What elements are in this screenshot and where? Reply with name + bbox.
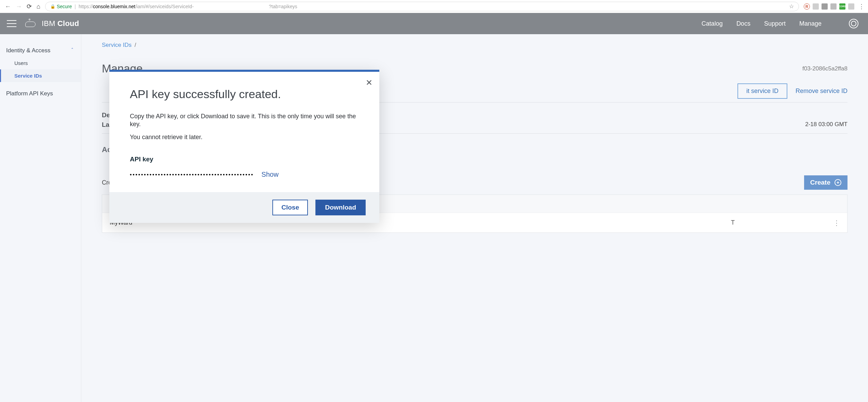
api-key-masked: ••••••••••••••••••••••••••••••••••••••••… [130,172,254,177]
last-modified-value: 2-18 03:00 GMT [805,121,847,129]
create-button[interactable]: Create + [804,175,847,190]
breadcrumb[interactable]: Service IDs / [102,42,847,49]
extension-icon-2[interactable] [813,3,819,10]
api-key-label: API key [130,156,359,163]
extension-icon-4[interactable] [830,3,837,10]
bookmark-star-icon[interactable]: ☆ [789,3,794,10]
reload-icon[interactable]: ⟳ [27,3,32,10]
sidebar-item-users[interactable]: Users [0,57,81,69]
url-text: https://console.bluemix.net/iam/#/servic… [79,4,786,9]
nav-catalog[interactable]: Catalog [702,20,723,27]
plus-circle-icon: + [835,179,841,186]
brand-text: IBM Cloud [42,19,79,28]
sidebar-item-platform-api-keys[interactable]: Platform API Keys [0,82,81,100]
home-icon[interactable]: ⌂ [37,3,40,10]
close-icon[interactable]: ✕ [366,78,372,88]
download-button[interactable]: Download [315,200,366,215]
modal-desc-1: Copy the API key, or click Download to s… [130,112,359,128]
secure-label: Secure [57,4,72,9]
header-nav: Catalog Docs Support Manage [702,19,858,28]
close-button[interactable]: Close [272,200,308,215]
api-key-modal: ✕ API key successfully created. Copy the… [109,70,379,223]
extension-icon-1[interactable]: R [804,3,810,10]
show-api-key-link[interactable]: Show [261,171,279,178]
secure-indicator: 🔒 Secure [50,4,72,9]
address-bar[interactable]: 🔒 Secure | https://console.bluemix.net/i… [45,2,799,11]
extension-icon-cors[interactable]: CORS [839,3,845,10]
edit-service-id-button[interactable]: it service ID [737,83,787,99]
table-cell-right: T [731,219,827,226]
ibm-cloud-logo-icon: ✲ [25,19,36,27]
sidebar: Identity & Access ˄ Users Service IDs Pl… [0,34,81,402]
modal-title: API key successfully created. [130,88,359,101]
back-icon[interactable]: ← [5,3,11,10]
nav-manage[interactable]: Manage [799,20,822,27]
modal-desc-2: You cannot retrieve it later. [130,133,359,141]
browser-menu-icon[interactable]: ⋮ [857,3,865,10]
create-button-label: Create [810,179,830,186]
forward-icon[interactable]: → [16,3,22,10]
main-content: Service IDs / Manage f03-2086c5a2ffa8 it… [81,34,868,402]
service-id-suffix: f03-2086c5a2ffa8 [802,65,847,72]
extension-icon-5[interactable] [848,3,854,10]
nav-docs[interactable]: Docs [736,20,750,27]
browser-chrome: ← → ⟳ ⌂ 🔒 Secure | https://console.bluem… [0,0,868,13]
sidebar-group-identity[interactable]: Identity & Access ˄ [0,44,81,57]
browser-extensions: R CORS ⋮ [804,3,865,10]
menu-icon[interactable] [7,20,16,27]
nav-support[interactable]: Support [764,20,786,27]
browser-nav: ← → ⟳ ⌂ [5,3,40,10]
row-menu-icon[interactable]: ⋮ [827,219,847,227]
app-header: ✲ IBM Cloud Catalog Docs Support Manage [0,13,868,34]
sidebar-item-service-ids[interactable]: Service IDs [0,69,81,82]
chevron-up-icon: ˄ [71,47,73,53]
address-separator: | [74,4,76,9]
user-avatar-icon[interactable] [849,19,858,28]
extension-icon-3[interactable] [822,3,828,10]
remove-service-id-link[interactable]: Remove service ID [796,83,847,99]
lock-icon: 🔒 [50,4,55,9]
sidebar-group-label: Identity & Access [6,47,50,54]
